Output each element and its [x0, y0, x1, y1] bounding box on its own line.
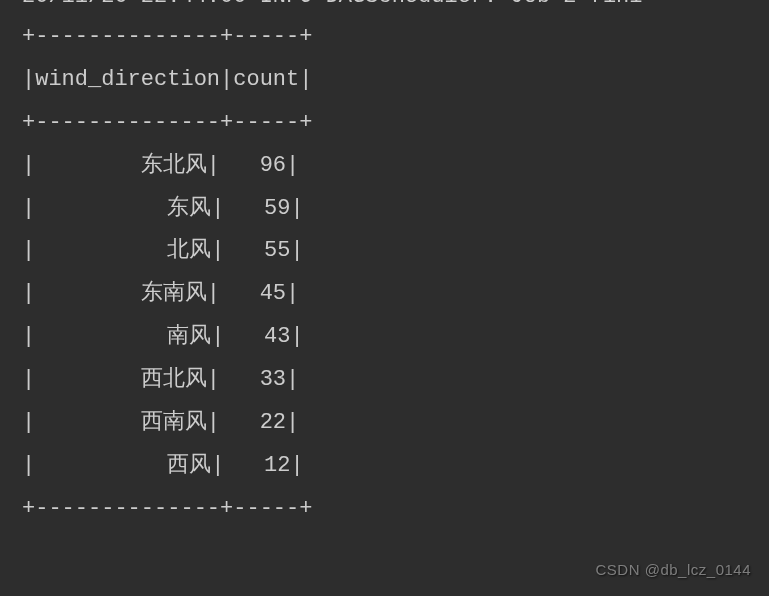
log-line-partial: 20/11/20 22:44:00 INFO DAGScheduler: Job… [0, 0, 769, 12]
table-row: | 西北风| 33| [0, 359, 769, 402]
table-row: | 南风| 43| [0, 316, 769, 359]
table-border-mid: +--------------+-----+ [0, 102, 769, 145]
log-text: 20/11/20 22:44:00 INFO DAGScheduler: Job… [0, 0, 769, 12]
table-border-bottom: +--------------+-----+ [0, 488, 769, 531]
table-row: | 东南风| 45| [0, 273, 769, 316]
watermark: CSDN @db_lcz_0144 [596, 555, 751, 584]
table-row: | 东北风| 96| [0, 145, 769, 188]
table-row: | 西南风| 22| [0, 402, 769, 445]
table-header: |wind_direction|count| [0, 59, 769, 102]
table-row: | 北风| 55| [0, 230, 769, 273]
table-row: | 西风| 12| [0, 445, 769, 488]
table-row: | 东风| 59| [0, 188, 769, 231]
table-border-top: +--------------+-----+ [0, 16, 769, 59]
